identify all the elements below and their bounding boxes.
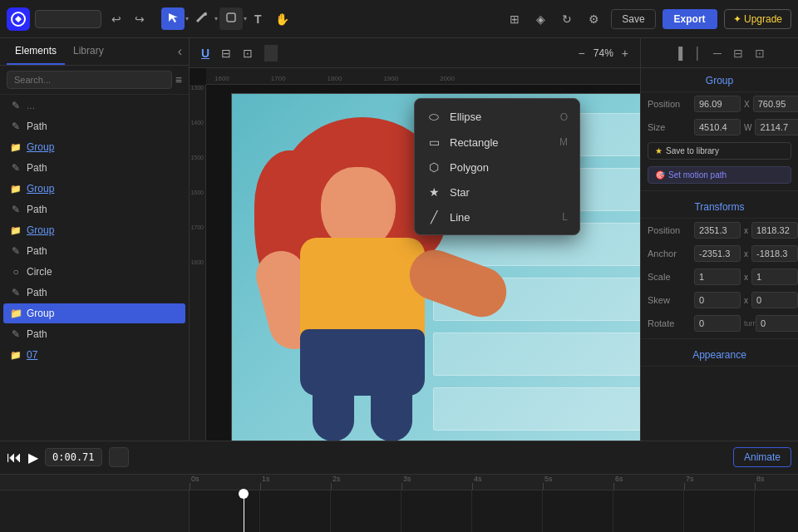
preview-icon[interactable]: ◈ bbox=[531, 9, 550, 29]
layer-item[interactable]: ✎ Path bbox=[3, 283, 185, 303]
thumbnail-icon[interactable] bbox=[109, 447, 129, 467]
folder-icon: 📁 bbox=[10, 142, 22, 153]
layer-item[interactable]: ✎ Path bbox=[3, 116, 185, 136]
ruler-tick: 1700 bbox=[271, 75, 286, 82]
folder-icon: 📁 bbox=[10, 308, 22, 319]
canvas-wrapper[interactable]: 1600 1700 1800 1900 2000 1300 1400 1500 … bbox=[190, 68, 640, 441]
tmark-line bbox=[755, 483, 756, 490]
rotate-icon[interactable]: ↻ bbox=[557, 9, 577, 29]
layer-item[interactable]: 📁 Group bbox=[3, 137, 185, 157]
pen-tool-arrow[interactable]: ▾ bbox=[214, 15, 218, 22]
position-y-input[interactable] bbox=[753, 96, 798, 112]
layer-item[interactable]: ✎ Path bbox=[3, 241, 185, 261]
layer-item[interactable]: ○ Circle bbox=[3, 262, 185, 282]
size-w-input[interactable] bbox=[694, 119, 741, 135]
layer-label: Path bbox=[27, 162, 47, 174]
t-position-y-input[interactable] bbox=[751, 222, 798, 239]
text-tool[interactable]: T bbox=[249, 8, 268, 30]
right-tool-5[interactable]: ⊡ bbox=[751, 43, 768, 63]
tmark-4s: 4s bbox=[472, 475, 543, 490]
undo-button[interactable]: ↩ bbox=[106, 9, 126, 29]
redo-button[interactable]: ↪ bbox=[130, 9, 150, 29]
tmark-label: 5s bbox=[543, 475, 553, 483]
layer-item[interactable]: ✎ ... bbox=[3, 96, 185, 116]
layer-item[interactable]: ✎ Path bbox=[3, 200, 185, 219]
export-button[interactable]: Export bbox=[663, 9, 717, 29]
right-tool-1[interactable]: ▐ bbox=[671, 43, 686, 63]
shape-tool[interactable] bbox=[219, 7, 243, 30]
shape-tool-arrow[interactable]: ▾ bbox=[244, 15, 247, 22]
upgrade-button[interactable]: ✦ Upgrade bbox=[724, 9, 791, 29]
dropdown-rectangle[interactable]: ▭ Rectangle M bbox=[415, 130, 579, 155]
zoom-plus-button[interactable]: + bbox=[617, 43, 633, 63]
t-scale-x-input[interactable] bbox=[694, 268, 741, 285]
layer-label: Path bbox=[27, 121, 47, 132]
t-skew-y-input[interactable] bbox=[751, 292, 798, 308]
filename-input[interactable]: 07 bbox=[35, 10, 101, 28]
layer-item[interactable]: 📁 Group bbox=[3, 179, 185, 199]
layer-item[interactable]: ✎ Path bbox=[3, 324, 185, 344]
timeline-ruler: 0s 1s 2s 3s 4s 5s bbox=[0, 475, 798, 491]
t-rotate-deg-input[interactable] bbox=[756, 315, 798, 332]
path-icon: ✎ bbox=[10, 245, 22, 257]
skx-axis: x bbox=[744, 296, 748, 305]
dropdown-line[interactable]: ╱ Line L bbox=[415, 204, 579, 229]
zoom-minus-button[interactable]: − bbox=[574, 43, 590, 63]
line-shortcut: L bbox=[562, 211, 568, 223]
set-motion-label: Set motion path bbox=[668, 170, 727, 180]
layer-item-selected[interactable]: 📁 Group bbox=[3, 303, 185, 323]
tmark-label: 1s bbox=[260, 475, 270, 483]
right-tool-4[interactable]: ⊟ bbox=[730, 43, 746, 63]
tmark-2s: 2s bbox=[331, 475, 401, 490]
t-position-x-input[interactable] bbox=[694, 222, 741, 239]
w-axis-label: W bbox=[744, 123, 751, 132]
sx-axis: x bbox=[744, 273, 748, 282]
dropdown-ellipse[interactable]: ⬭ Ellipse O bbox=[415, 104, 579, 130]
star-icon: ★ bbox=[655, 146, 663, 155]
star-label: Star bbox=[450, 186, 470, 199]
t-skew-x-input[interactable] bbox=[694, 292, 741, 308]
t-anchor-x-input[interactable] bbox=[694, 245, 741, 262]
search-input[interactable] bbox=[7, 71, 172, 89]
transform-button[interactable]: ⊡ bbox=[238, 43, 258, 63]
play-button[interactable]: ▶ bbox=[28, 450, 38, 466]
path-icon: ✎ bbox=[10, 287, 22, 298]
save-to-library-button[interactable]: ★ Save to library bbox=[648, 142, 791, 160]
tab-elements[interactable]: Elements bbox=[7, 38, 65, 65]
select-tool[interactable] bbox=[161, 7, 185, 30]
dropdown-polygon[interactable]: ⬡ Polygon bbox=[415, 155, 579, 180]
underline-button[interactable]: U bbox=[196, 43, 214, 63]
t-scale-y-input[interactable] bbox=[751, 268, 798, 285]
animate-button[interactable]: Animate bbox=[733, 447, 791, 467]
dropdown-star[interactable]: ★ Star bbox=[415, 180, 579, 204]
ruler-tick: 2000 bbox=[440, 75, 455, 82]
list-view-button[interactable]: ≡ bbox=[175, 73, 182, 86]
ruler-tick: 1400 bbox=[190, 120, 204, 126]
main-area: Elements Library ‹ ≡ ✎ ... ✎ Path 📁 Grou… bbox=[0, 38, 798, 441]
layer-item[interactable]: ✎ Path bbox=[3, 158, 185, 178]
right-tool-2[interactable]: │ bbox=[691, 43, 705, 63]
path-icon: ✎ bbox=[10, 162, 22, 174]
panel-collapse-button[interactable]: ‹ bbox=[178, 44, 182, 59]
fit-icon[interactable]: ⊞ bbox=[505, 9, 525, 29]
size-h-input[interactable] bbox=[755, 119, 798, 135]
layer-item[interactable]: 📁 07 bbox=[3, 345, 185, 365]
right-tool-3[interactable]: ─ bbox=[710, 43, 725, 63]
select-tool-arrow[interactable]: ▾ bbox=[185, 15, 189, 22]
t-rotate-val-input[interactable] bbox=[694, 315, 741, 332]
layer-item[interactable]: 📁 Group bbox=[3, 220, 185, 240]
timeline-content[interactable] bbox=[190, 490, 798, 532]
layer-label: Group bbox=[27, 141, 54, 153]
align-button[interactable]: ⊟ bbox=[216, 43, 236, 63]
set-motion-path-button[interactable]: 🎯 Set motion path bbox=[648, 166, 791, 184]
skip-back-button[interactable]: ⏮ bbox=[7, 449, 22, 466]
position-row: Position X Y bbox=[641, 92, 798, 116]
settings-icon[interactable]: ⚙ bbox=[584, 9, 604, 29]
pen-tool[interactable] bbox=[190, 7, 214, 30]
t-anchor-y-input[interactable] bbox=[751, 245, 798, 262]
save-button[interactable]: Save bbox=[611, 9, 655, 29]
hand-tool[interactable]: ✋ bbox=[269, 8, 295, 30]
transforms-title: Transforms bbox=[641, 195, 798, 219]
tab-library[interactable]: Library bbox=[65, 38, 112, 65]
position-x-input[interactable] bbox=[694, 96, 741, 112]
